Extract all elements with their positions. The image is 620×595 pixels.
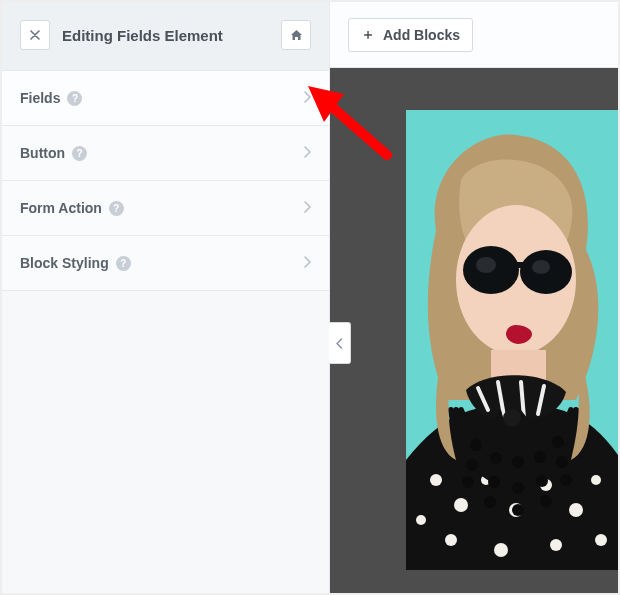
svg-point-19 xyxy=(595,534,607,546)
sidebar-header: Editing Fields Element xyxy=(2,2,329,71)
editor-sidebar: Editing Fields Element Fields ? Button ? xyxy=(2,2,330,593)
canvas-stage xyxy=(330,68,618,593)
accordion-label: Fields xyxy=(20,90,60,106)
svg-point-32 xyxy=(512,482,524,494)
svg-point-27 xyxy=(512,456,524,468)
close-icon xyxy=(30,30,40,40)
add-blocks-button[interactable]: ＋ Add Blocks xyxy=(348,18,473,52)
svg-point-18 xyxy=(416,515,426,525)
accordion-item-form-action[interactable]: Form Action ? xyxy=(2,181,329,236)
svg-point-17 xyxy=(591,475,601,485)
add-blocks-label: Add Blocks xyxy=(383,27,460,43)
svg-point-31 xyxy=(488,476,500,488)
svg-point-5 xyxy=(476,257,496,273)
close-button[interactable] xyxy=(20,20,50,50)
svg-point-28 xyxy=(534,451,546,463)
svg-point-34 xyxy=(556,456,568,468)
home-button[interactable] xyxy=(281,20,311,50)
home-icon xyxy=(290,29,303,41)
help-icon[interactable]: ? xyxy=(72,146,87,161)
preview-header: ＋ Add Blocks xyxy=(330,2,618,68)
svg-point-39 xyxy=(560,474,572,486)
preview-pane: ＋ Add Blocks xyxy=(330,2,618,593)
svg-point-14 xyxy=(445,534,457,546)
svg-point-13 xyxy=(569,503,583,517)
svg-point-8 xyxy=(430,474,442,486)
svg-point-37 xyxy=(512,504,524,516)
chevron-right-icon xyxy=(303,144,311,162)
svg-point-6 xyxy=(532,260,550,274)
svg-point-29 xyxy=(552,436,564,448)
chevron-right-icon xyxy=(303,254,311,272)
accordion-label: Form Action xyxy=(20,200,102,216)
accordion-item-block-styling[interactable]: Block Styling ? xyxy=(2,236,329,291)
svg-point-16 xyxy=(550,539,562,551)
panel-title: Editing Fields Element xyxy=(62,27,281,44)
plus-icon: ＋ xyxy=(361,26,375,44)
accordion: Fields ? Button ? Form Action ? xyxy=(2,71,329,291)
help-icon[interactable]: ? xyxy=(109,201,124,216)
svg-point-9 xyxy=(454,498,468,512)
chevron-left-icon xyxy=(336,338,343,349)
svg-point-24 xyxy=(503,409,521,427)
svg-point-15 xyxy=(494,543,508,557)
collapse-sidebar-button[interactable] xyxy=(329,322,351,364)
svg-rect-4 xyxy=(514,262,526,268)
chevron-right-icon xyxy=(303,199,311,217)
svg-point-36 xyxy=(484,496,496,508)
svg-point-30 xyxy=(466,459,478,471)
accordion-label: Button xyxy=(20,145,65,161)
help-icon[interactable]: ? xyxy=(67,91,82,106)
help-icon[interactable]: ? xyxy=(116,256,131,271)
svg-point-25 xyxy=(470,439,482,451)
svg-point-38 xyxy=(540,495,552,507)
svg-point-33 xyxy=(536,475,548,487)
chevron-right-icon xyxy=(303,89,311,107)
app-shell: Editing Fields Element Fields ? Button ? xyxy=(0,0,620,595)
svg-point-26 xyxy=(490,452,502,464)
accordion-item-button[interactable]: Button ? xyxy=(2,126,329,181)
svg-point-35 xyxy=(462,476,474,488)
campaign-preview-image xyxy=(406,110,618,570)
accordion-label: Block Styling xyxy=(20,255,109,271)
accordion-item-fields[interactable]: Fields ? xyxy=(2,71,329,126)
